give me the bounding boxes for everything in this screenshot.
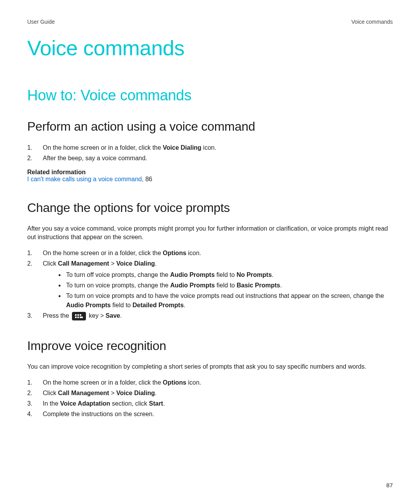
subsection-change-options: Change the options for voice prompts: [27, 201, 393, 215]
page-title: Voice commands: [27, 36, 393, 60]
list-item: Press the key > Save.: [27, 311, 393, 321]
list-item: To turn on voice prompts, change the Aud…: [43, 281, 393, 290]
list-item: On the home screen or in a folder, click…: [27, 143, 393, 153]
related-link[interactable]: I can't make calls using a voice command…: [27, 176, 144, 182]
list-item: To turn off voice prompts, change the Au…: [43, 270, 393, 280]
list-item: Complete the instructions on the screen.: [27, 410, 393, 419]
list-item: On the home screen or in a folder, click…: [27, 378, 393, 388]
list-item: To turn on voice prompts and to have the…: [43, 291, 393, 311]
subsection-perform-action: Perform an action using a voice command: [27, 119, 393, 134]
steps-change-options: On the home screen or in a folder, click…: [27, 248, 393, 321]
header-right: Voice commands: [351, 19, 393, 25]
list-item: After the beep, say a voice command.: [27, 154, 393, 163]
page-number: 87: [386, 482, 393, 488]
header-left: User Guide: [27, 19, 55, 25]
related-link-row: I can't make calls using a voice command…: [27, 176, 393, 183]
related-page-num: 86: [144, 176, 152, 182]
intro-paragraph: You can improve voice recognition by com…: [27, 362, 393, 371]
list-item: On the home screen or in a folder, click…: [27, 248, 393, 258]
list-item: Click Call Management > Voice Dialing.: [27, 388, 393, 398]
intro-paragraph: After you say a voice command, voice pro…: [27, 224, 393, 242]
steps-improve-recognition: On the home screen or in a folder, click…: [27, 378, 393, 419]
page-header: User Guide Voice commands: [27, 19, 393, 25]
list-item: In the Voice Adaptation section, click S…: [27, 399, 393, 409]
section-heading: How to: Voice commands: [27, 87, 393, 104]
bullet-list: To turn off voice prompts, change the Au…: [43, 270, 393, 310]
subsection-improve-recognition: Improve voice recognition: [27, 339, 393, 353]
list-item: Click Call Management > Voice Dialing. T…: [27, 259, 393, 310]
blackberry-key-icon: [72, 312, 86, 320]
related-information-heading: Related information: [27, 169, 393, 176]
steps-perform-action: On the home screen or in a folder, click…: [27, 143, 393, 163]
